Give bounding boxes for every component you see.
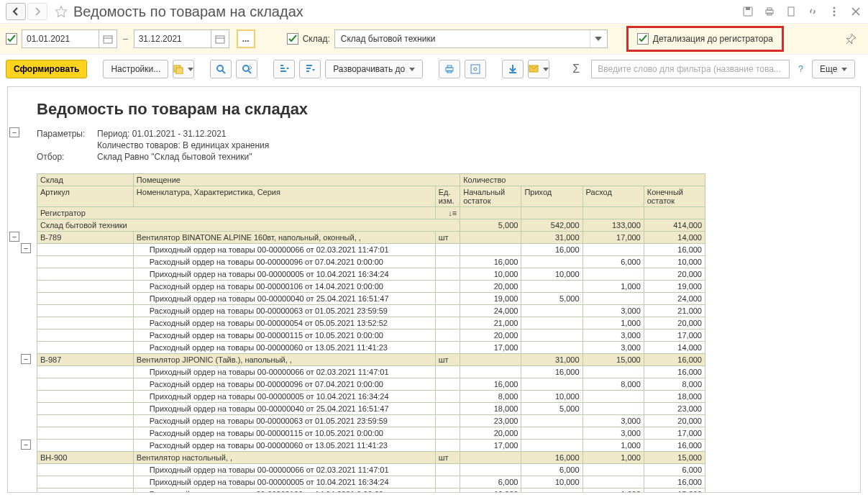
table-row[interactable]: Расходный ордер на товары 00-00000060 от… <box>37 342 705 354</box>
table-row[interactable]: В-987Вентилятор JIPONIC (Тайв.), напольн… <box>37 354 705 366</box>
svg-point-15 <box>217 65 223 71</box>
svg-point-6 <box>833 7 836 9</box>
detail-checkbox[interactable] <box>637 33 649 45</box>
table-row[interactable]: ВН-900Вентилятор настольный, ,шт16,0001,… <box>37 452 705 464</box>
svg-line-18 <box>248 71 251 73</box>
dropdown-arrow-icon[interactable] <box>590 30 607 47</box>
favorite-star-icon[interactable] <box>53 4 69 19</box>
page-preview-icon[interactable] <box>785 5 798 18</box>
warehouse-checkbox[interactable] <box>287 33 298 45</box>
svg-line-16 <box>222 71 225 73</box>
svg-rect-9 <box>104 36 112 43</box>
filter-bar: 01.01.2021 – 31.12.2021 ... Склад: Склад… <box>0 23 868 55</box>
expand-to-button[interactable]: Разворачивать до <box>325 60 423 78</box>
collapse-all-icon[interactable] <box>299 60 321 78</box>
th-nomen[interactable]: Номенклатура, Характеристика, Серия <box>133 186 435 207</box>
th-out[interactable]: Расход <box>583 186 644 207</box>
svg-point-7 <box>833 11 836 13</box>
table-row[interactable]: Приходный ордер на товары 00-00000066 от… <box>37 464 705 476</box>
kebab-menu-icon[interactable] <box>828 5 841 18</box>
svg-rect-20 <box>447 65 452 68</box>
table-row[interactable]: Расходный ордер на товары 00-00000115 от… <box>37 329 705 342</box>
params-label: Параметры: <box>37 129 97 139</box>
th-unit[interactable]: Ед. изм. <box>435 186 460 207</box>
date-from-input[interactable]: 01.01.2021 <box>22 29 99 48</box>
settings-variants-button[interactable] <box>173 60 194 78</box>
print-button[interactable] <box>439 60 460 78</box>
print-icon[interactable] <box>763 5 776 18</box>
period-checkbox[interactable] <box>6 33 17 45</box>
table-row[interactable]: Склад бытовой техники5,000542,000133,000… <box>37 219 705 232</box>
save-report-button[interactable] <box>502 60 524 78</box>
svg-point-17 <box>243 65 249 71</box>
th-register[interactable]: Регистратор <box>37 207 436 219</box>
forward-button[interactable] <box>27 3 47 20</box>
svg-rect-3 <box>767 8 772 10</box>
save-icon[interactable] <box>741 5 754 18</box>
th-qty[interactable]: Количество <box>460 174 705 186</box>
table-row[interactable]: Расходный ордер на товары 00-00000096 от… <box>37 378 705 391</box>
table-row[interactable]: Расходный ордер на товары 00-00000096 от… <box>37 256 705 268</box>
date-to-input[interactable]: 31.12.2021 <box>134 29 211 48</box>
collapse-toggle-2[interactable]: − <box>9 232 19 242</box>
settings-button[interactable]: Настройки... <box>103 60 168 78</box>
table-row[interactable]: Приходный ордер на товары 00-00000005 от… <box>37 391 705 403</box>
filter-search-input[interactable]: Введите слово для фильтра (название това… <box>591 60 790 78</box>
calendar-to-icon[interactable] <box>211 29 229 48</box>
more-button[interactable]: Еще <box>812 60 855 78</box>
detail-to-register-option: Детализация до регистратора <box>626 26 784 52</box>
table-row[interactable]: В-789Вентилятор BINATONE ALPINE 160вт, н… <box>37 232 705 244</box>
preview-button[interactable] <box>465 60 486 78</box>
table-row[interactable]: Приходный ордер на товары 00-00000005 от… <box>37 268 705 281</box>
report-area[interactable]: − − − − − Ведомость по товарам на склада… <box>7 86 861 493</box>
filter-label: Отбор: <box>37 152 97 162</box>
th-end[interactable]: Конечный остаток <box>644 186 705 207</box>
back-button[interactable] <box>6 3 26 20</box>
th-room[interactable]: Помещение <box>133 174 460 186</box>
sum-button[interactable]: Σ <box>565 60 587 78</box>
calendar-from-icon[interactable] <box>99 29 117 48</box>
page-title: Ведомость по товарам на складах <box>73 4 741 20</box>
table-row[interactable]: Расходный ордер на товары 00-00000115 от… <box>37 427 705 440</box>
table-row[interactable]: Расходный ордер на товары 00-00000063 от… <box>37 305 705 317</box>
table-row[interactable]: Приходный ордер на товары 00-00000066 от… <box>37 366 705 378</box>
filter-value: Склад Равно "Склад бытовой техники" <box>97 152 252 162</box>
table-row[interactable]: Расходный ордер на товары 00-00000060 от… <box>37 440 705 452</box>
th-start[interactable]: Начальный остаток <box>460 186 521 207</box>
th-in[interactable]: Приход <box>521 186 583 207</box>
collapse-toggle-1[interactable]: − <box>9 127 19 137</box>
svg-rect-22 <box>471 65 480 73</box>
svg-rect-5 <box>788 7 794 16</box>
table-row[interactable]: Расходный ордер на товары 00-00000063 от… <box>37 415 705 427</box>
send-button[interactable] <box>528 60 549 78</box>
warehouse-combo[interactable]: Склад бытовой техники <box>334 29 608 48</box>
collapse-toggle-4[interactable]: − <box>21 354 31 364</box>
table-row[interactable]: Приходный ордер на товары 00-00000005 от… <box>37 476 705 488</box>
table-row[interactable]: Расходный ордер на товары 00-00000106 от… <box>37 281 705 293</box>
toolbar: Сформировать Настройки... Разворачивать … <box>0 55 868 83</box>
find-next-button[interactable] <box>236 60 257 78</box>
svg-point-23 <box>474 68 477 71</box>
th-warehouse[interactable]: Склад <box>37 174 134 186</box>
svg-rect-1 <box>746 7 750 10</box>
th-article[interactable]: Артикул <box>37 186 134 207</box>
pin-icon[interactable] <box>845 33 856 45</box>
sort-indicator-icon[interactable]: ↓≡ <box>435 207 460 219</box>
svg-rect-11 <box>216 36 224 43</box>
expand-all-icon[interactable] <box>273 60 295 78</box>
title-bar: Ведомость по товарам на складах <box>0 0 868 23</box>
collapse-toggle-3[interactable]: − <box>21 243 31 253</box>
table-row[interactable]: Приходный ордер на товары 00-00000066 от… <box>37 244 705 256</box>
table-row[interactable]: Приходный ордер на товары 00-00000040 от… <box>37 293 705 305</box>
close-icon[interactable] <box>849 5 862 18</box>
help-icon[interactable]: ? <box>798 64 803 74</box>
table-row[interactable]: Расходный ордер на товары 00-00000106 от… <box>37 488 705 494</box>
table-row[interactable]: Приходный ордер на товары 00-00000040 от… <box>37 403 705 415</box>
find-button[interactable] <box>210 60 232 78</box>
link-icon[interactable] <box>806 5 819 18</box>
params-value-0: Период: 01.01.2021 - 31.12.2021 <box>97 129 227 139</box>
table-row[interactable]: Расходный ордер на товары 00-00000054 от… <box>37 317 705 329</box>
collapse-toggle-5[interactable]: − <box>21 440 31 450</box>
period-select-button[interactable]: ... <box>237 29 255 48</box>
generate-button[interactable]: Сформировать <box>6 60 87 78</box>
